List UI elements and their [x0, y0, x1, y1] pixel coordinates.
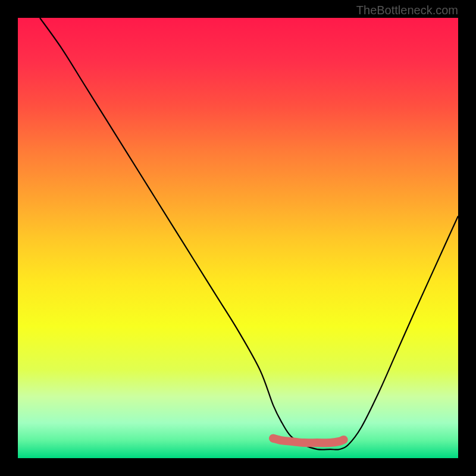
bottleneck-curve	[40, 18, 458, 450]
attribution-text: TheBottleneck.com	[356, 4, 458, 17]
plot-area	[18, 18, 458, 458]
chart-container: TheBottleneck.com	[0, 0, 476, 476]
curve-layer	[18, 18, 458, 458]
optimal-band-highlight	[273, 439, 343, 443]
optimal-start-dot	[269, 434, 277, 443]
